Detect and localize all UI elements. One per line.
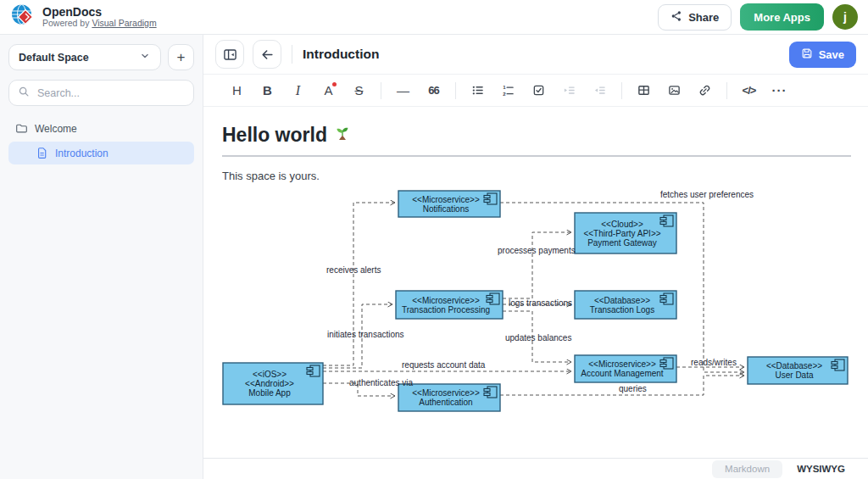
svg-text:<<iOS>>: <<iOS>> (253, 370, 287, 379)
svg-text:<<Microservice>>: <<Microservice>> (412, 195, 480, 204)
component-diagram[interactable]: <<Microservice>>Notifications<<Cloud>><<… (212, 187, 851, 458)
node-transaction-logs: <<Database>>Transaction Logs (575, 291, 676, 319)
edge-label-receives-alerts: receives alerts (326, 265, 381, 275)
strikethrough-icon[interactable]: S (348, 79, 370, 102)
indent-icon (558, 79, 581, 102)
app-window: OpenDocs Powered by Visual Paradigm Sh (0, 0, 868, 479)
bold-icon[interactable]: B (256, 79, 279, 102)
svg-text:<<Database>>: <<Database>> (766, 361, 822, 370)
app-name: OpenDocs (42, 6, 157, 19)
back-button[interactable] (253, 40, 281, 69)
edge-label-fetches-user-preferences: fetches user preferences (660, 190, 754, 199)
italic-icon[interactable]: I (287, 79, 309, 102)
tree-item-label: Introduction (55, 148, 108, 159)
formatting-toolbar: HBIAS—6612</>··· (203, 75, 868, 107)
document-icon (36, 147, 48, 159)
toolbar-separator (621, 82, 622, 99)
toolbar-separator (726, 82, 727, 99)
tree-item-introduction[interactable]: Introduction (8, 142, 194, 164)
edge-processes-payments (503, 232, 571, 298)
powered-by: Powered by Visual Paradigm (42, 19, 157, 29)
node-authentication: <<Microservice>>Authentication (398, 384, 500, 411)
seedling-icon (334, 124, 351, 147)
search-input[interactable] (36, 86, 185, 100)
svg-text:Authentication: Authentication (419, 398, 472, 407)
svg-text:Mobile App: Mobile App (248, 388, 291, 398)
save-icon (801, 47, 813, 62)
svg-text:<<Third-Party API>>: <<Third-Party API>> (583, 229, 660, 238)
tree-item-welcome[interactable]: Welcome (8, 117, 194, 140)
sidebar: Default Space + WelcomeIntroduction (0, 35, 203, 479)
node-payment-gateway: <<Cloud>><<Third-Party API>>Payment Gate… (575, 213, 676, 253)
chevron-down-icon (139, 50, 151, 64)
tab-wysiwyg[interactable]: WYSIWYG (784, 460, 858, 478)
task-list-icon[interactable] (527, 79, 550, 102)
edge-label-queries: queries (619, 384, 647, 393)
editor-panel: Introduction Save HBIAS—6612</>··· Hello… (203, 35, 868, 479)
document-heading: Hello world (222, 124, 851, 157)
save-button[interactable]: Save (789, 42, 856, 68)
edge-label-logs-transactions: logs transactions (509, 298, 572, 308)
heading-icon[interactable]: H (225, 79, 248, 102)
table-icon[interactable] (632, 79, 655, 102)
toggle-sidebar-button[interactable] (215, 40, 244, 69)
node-transaction-processing: <<Microservice>>Transaction Processing (396, 291, 503, 319)
outdent-icon (588, 79, 611, 102)
node-account-management: <<Microservice>>Account Management (575, 355, 676, 382)
editor-mode-bar: MarkdownWYSIWYG (203, 458, 868, 479)
tab-markdown[interactable]: Markdown (712, 460, 782, 478)
svg-text:<<Cloud>>: <<Cloud>> (601, 220, 643, 229)
add-space-button[interactable]: + (168, 44, 194, 70)
node-notifications: <<Microservice>>Notifications (398, 191, 500, 217)
edge-label-updates-balances: updates balances (505, 333, 571, 343)
brand: OpenDocs Powered by Visual Paradigm (10, 3, 157, 31)
numbered-list-icon[interactable]: 12 (497, 79, 520, 102)
svg-text:Notifications: Notifications (423, 204, 469, 214)
more-icon[interactable]: ··· (768, 79, 791, 102)
svg-text:2: 2 (503, 91, 506, 97)
svg-text:Transaction Logs: Transaction Logs (590, 305, 654, 315)
doc-header: Introduction Save (203, 35, 868, 75)
svg-text:<<Microservice>>: <<Microservice>> (588, 359, 656, 369)
top-bar: OpenDocs Powered by Visual Paradigm Sh (0, 0, 868, 35)
search-icon (18, 86, 30, 101)
folder-icon (15, 122, 28, 135)
edge-label-authenticates-via: authenticates via (349, 378, 413, 387)
more-apps-button[interactable]: More Apps (740, 3, 824, 31)
svg-text:Payment Gateway: Payment Gateway (587, 238, 657, 248)
link-icon[interactable] (693, 79, 716, 102)
page-title: Introduction (303, 47, 379, 62)
svg-text:User Data: User Data (775, 370, 813, 380)
document-paragraph: This space is yours. (222, 170, 851, 182)
node-user-data: <<Database>>User Data (748, 357, 848, 384)
svg-text:<<Microservice>>: <<Microservice>> (412, 388, 480, 398)
opendocs-logo-icon (10, 3, 36, 31)
edge-label-processes-payments: processes payments (498, 246, 576, 255)
horizontal-rule-icon[interactable]: — (392, 79, 415, 102)
code-icon[interactable]: </> (737, 79, 760, 102)
avatar[interactable]: j (832, 4, 858, 30)
edge-label-initiates-transactions: initiates transactions (327, 330, 404, 339)
document-content[interactable]: Hello world This space is yours. <<Micro… (203, 107, 868, 458)
toolbar-separator (455, 82, 456, 99)
share-button[interactable]: Share (658, 4, 732, 31)
search-box[interactable] (8, 80, 194, 106)
visual-paradigm-link[interactable]: Visual Paradigm (92, 18, 156, 28)
svg-text:Transaction Processing: Transaction Processing (402, 305, 490, 315)
node-mobile-app: <<iOS>><<Android>>Mobile App (223, 363, 323, 404)
space-selector[interactable]: Default Space (8, 44, 161, 70)
edge-label-requests-account-data: requests account data (402, 360, 486, 370)
svg-text:<<Database>>: <<Database>> (594, 296, 650, 305)
edge-receives-alerts (323, 203, 395, 365)
svg-text:1: 1 (503, 84, 506, 90)
blockquote-icon[interactable]: 66 (422, 79, 445, 102)
svg-text:<<Microservice>>: <<Microservice>> (412, 296, 480, 305)
tree-item-label: Welcome (35, 123, 77, 135)
share-icon (670, 10, 682, 25)
bullet-list-icon[interactable] (466, 79, 489, 102)
image-icon[interactable] (663, 79, 686, 102)
svg-text:<<Android>>: <<Android>> (245, 379, 294, 388)
font-color-icon[interactable]: A (317, 79, 340, 102)
edge-label-reads-writes: reads/writes (691, 358, 737, 367)
svg-text:Account Management: Account Management (581, 369, 664, 378)
